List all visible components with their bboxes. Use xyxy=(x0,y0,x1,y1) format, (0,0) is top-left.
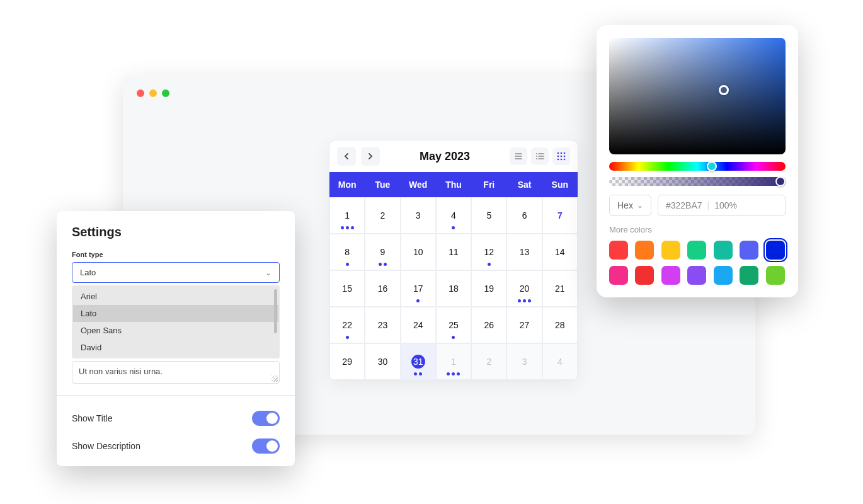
color-swatches xyxy=(609,241,786,285)
show-title-toggle[interactable] xyxy=(252,411,280,426)
calendar-day[interactable]: 30 xyxy=(365,343,400,380)
color-swatch[interactable] xyxy=(740,266,758,285)
calendar-day[interactable]: 21 xyxy=(542,270,578,307)
color-picker: Hex ⌄ #322BA7 | 100% More colors xyxy=(597,25,798,297)
calendar-day[interactable]: 29 xyxy=(329,343,365,380)
calendar-day[interactable]: 25 xyxy=(436,307,471,343)
svg-point-4 xyxy=(561,152,563,154)
font-type-label: Font type xyxy=(72,251,280,258)
weekday-header: Sat xyxy=(506,172,542,197)
prev-month-button[interactable] xyxy=(337,147,356,166)
svg-point-2 xyxy=(536,158,537,159)
calendar-day[interactable]: 2 xyxy=(365,197,400,234)
color-swatch[interactable] xyxy=(609,241,628,260)
calendar-day[interactable]: 12 xyxy=(471,234,506,270)
show-description-toggle[interactable] xyxy=(252,438,280,454)
calendar-day[interactable]: 13 xyxy=(506,234,542,270)
calendar-day[interactable]: 11 xyxy=(436,234,471,270)
saturation-gradient[interactable] xyxy=(609,38,786,154)
svg-point-10 xyxy=(561,159,563,161)
calendar-day[interactable]: 18 xyxy=(436,270,471,307)
color-swatch[interactable] xyxy=(635,241,654,260)
hue-thumb[interactable] xyxy=(707,161,717,171)
divider xyxy=(57,395,295,396)
calendar-day[interactable]: 1 xyxy=(329,197,365,234)
color-swatch[interactable] xyxy=(687,241,706,260)
color-swatch[interactable] xyxy=(635,266,654,285)
hex-value: #322BA7 xyxy=(666,200,702,210)
color-swatch[interactable] xyxy=(766,241,785,260)
agenda-icon xyxy=(535,152,544,160)
calendar-day[interactable]: 9 xyxy=(365,234,400,270)
font-option[interactable]: Ariel xyxy=(73,288,278,305)
calendar-day[interactable]: 19 xyxy=(471,270,506,307)
calendar-day[interactable]: 14 xyxy=(542,234,578,270)
font-type-select[interactable]: Lato ⌄ xyxy=(72,262,280,283)
next-month-button[interactable] xyxy=(361,147,380,166)
calendar-day[interactable]: 3 xyxy=(506,343,542,380)
calendar-day[interactable]: 8 xyxy=(329,234,365,270)
close-icon[interactable] xyxy=(137,89,144,97)
calendar-day[interactable]: 7 xyxy=(542,197,578,234)
hex-input[interactable]: #322BA7 | 100% xyxy=(658,195,786,216)
color-swatch[interactable] xyxy=(766,266,785,285)
svg-point-3 xyxy=(557,152,559,154)
calendar-day[interactable]: 3 xyxy=(401,197,436,234)
calendar-day[interactable]: 4 xyxy=(436,197,471,234)
font-type-dropdown: ArielLatoOpen SansDavid xyxy=(72,285,280,358)
calendar-day[interactable]: 22 xyxy=(329,307,365,343)
alpha-slider[interactable] xyxy=(609,177,786,186)
color-swatch[interactable] xyxy=(740,241,758,260)
grid-icon xyxy=(557,152,566,161)
calendar-day[interactable]: 17 xyxy=(401,270,436,307)
calendar-day[interactable]: 10 xyxy=(401,234,436,270)
calendar-day[interactable]: 28 xyxy=(542,307,578,343)
calendar-day[interactable]: 23 xyxy=(365,307,400,343)
svg-point-5 xyxy=(564,152,566,154)
alpha-thumb[interactable] xyxy=(775,176,786,186)
calendar-day[interactable]: 5 xyxy=(471,197,506,234)
calendar-day[interactable]: 24 xyxy=(401,307,436,343)
maximize-icon[interactable] xyxy=(162,89,169,97)
svg-point-8 xyxy=(564,156,566,158)
calendar-day[interactable]: 20 xyxy=(506,270,542,307)
color-swatch[interactable] xyxy=(714,266,733,285)
show-title-label: Show Title xyxy=(72,413,113,423)
calendar-day[interactable]: 15 xyxy=(329,270,365,307)
calendar-day[interactable]: 16 xyxy=(365,270,400,307)
minimize-icon[interactable] xyxy=(149,89,157,97)
color-swatch[interactable] xyxy=(661,266,680,285)
chevron-left-icon xyxy=(343,152,350,160)
color-swatch[interactable] xyxy=(714,241,733,260)
list-icon xyxy=(514,152,523,160)
scrollbar[interactable] xyxy=(274,289,277,333)
calendar-title: May 2023 xyxy=(385,150,505,163)
calendar-day[interactable]: 4 xyxy=(542,343,578,380)
view-list-button[interactable] xyxy=(510,147,527,165)
font-option[interactable]: David xyxy=(73,339,278,356)
color-swatch[interactable] xyxy=(661,241,680,260)
opacity-value: 100% xyxy=(714,200,737,210)
gradient-cursor[interactable] xyxy=(719,85,729,95)
calendar-day[interactable]: 1 xyxy=(436,343,471,380)
calendar-day[interactable]: 31 xyxy=(401,343,436,380)
show-description-label: Show Description xyxy=(72,441,140,451)
calendar-day[interactable]: 27 xyxy=(506,307,542,343)
color-format-select[interactable]: Hex ⌄ xyxy=(609,195,651,216)
calendar-day[interactable]: 2 xyxy=(471,343,506,380)
view-grid-button[interactable] xyxy=(552,147,570,165)
svg-point-6 xyxy=(557,156,559,158)
hue-slider[interactable] xyxy=(609,162,786,171)
svg-point-0 xyxy=(536,153,537,154)
description-textarea[interactable]: Ut non varius nisi urna. xyxy=(72,361,280,384)
svg-point-11 xyxy=(564,159,566,161)
font-option[interactable]: Lato xyxy=(73,305,278,322)
calendar-day[interactable]: 6 xyxy=(506,197,542,234)
calendar-day[interactable]: 26 xyxy=(471,307,506,343)
show-title-row: Show Title xyxy=(72,404,280,432)
font-option[interactable]: Open Sans xyxy=(73,322,278,339)
weekday-header: Wed xyxy=(401,172,436,197)
color-swatch[interactable] xyxy=(687,266,706,285)
color-swatch[interactable] xyxy=(609,266,628,285)
view-agenda-button[interactable] xyxy=(531,147,549,165)
